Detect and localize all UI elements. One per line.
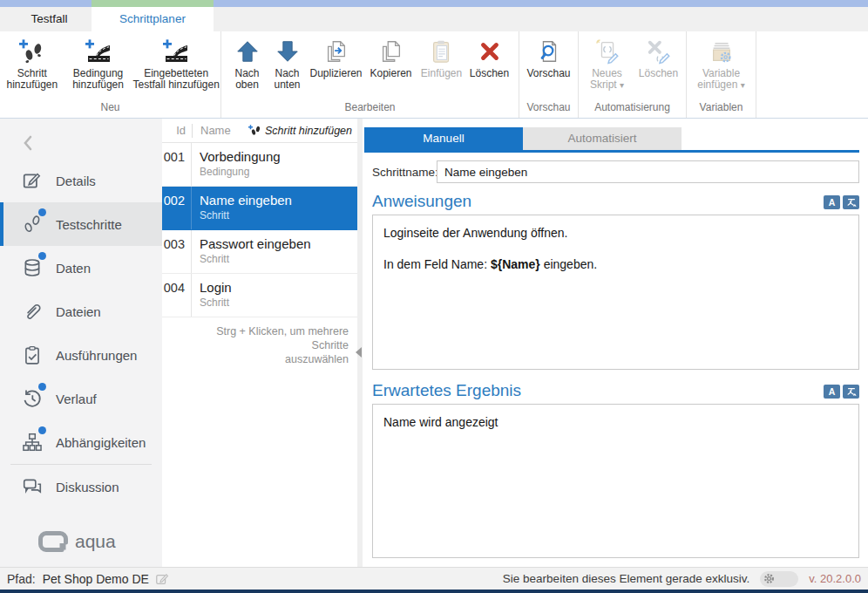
delete-script-label: Löschen <box>639 68 678 79</box>
add-step-button[interactable]: Schritt hinzufügen <box>0 35 64 99</box>
sidebar-item-abhaengigkeiten[interactable]: Abhängigkeiten <box>0 420 162 464</box>
duplicate-icon <box>322 37 351 66</box>
dropdown-caret-icon: ▾ <box>620 80 624 90</box>
step-name-label: Schrittname: <box>372 166 437 179</box>
move-down-button[interactable]: Nach unten <box>268 35 308 99</box>
translate-icon[interactable] <box>843 195 859 209</box>
tab-automatisiert[interactable]: Automatisiert <box>523 127 682 150</box>
instructions-textarea[interactable]: Loginseite der Anwendung öffnen. In dem … <box>372 215 859 370</box>
duplicate-label: Duplizieren <box>309 68 362 79</box>
add-step-inline-button[interactable]: Schritt hinzufügen <box>248 124 357 137</box>
database-icon <box>21 256 44 279</box>
font-format-icon[interactable]: A <box>824 195 840 209</box>
step-title: Passwort eingeben <box>200 236 354 252</box>
hierarchy-icon <box>21 431 44 453</box>
condition-add-icon <box>84 37 113 66</box>
sidebar-item-ausfuehrungen[interactable]: Ausführungen <box>0 333 162 377</box>
move-up-label: Nach oben <box>227 68 268 91</box>
insert-variable-label: Variable einfügen ▾ <box>688 68 755 91</box>
step-type: Schritt <box>200 209 354 222</box>
notification-dot <box>38 252 46 260</box>
group-label-automatisierung: Automatisierung <box>579 99 686 118</box>
arrow-up-icon <box>233 37 262 66</box>
step-row-004[interactable]: 004 Login Schritt <box>162 274 357 317</box>
path-value: Pet Shop Demo DE <box>43 572 149 586</box>
sidebar-collapse-button[interactable] <box>17 133 38 153</box>
sidebar-item-dateien[interactable]: Dateien <box>0 290 162 333</box>
window-bottom-edge <box>0 590 868 593</box>
preview-label: Vorschau <box>526 68 570 79</box>
exclusive-edit-message: Sie bearbeiten dieses Element gerade exk… <box>503 572 749 585</box>
aqua-logo-icon <box>38 530 68 553</box>
new-script-button[interactable]: Neues Skript ▾ <box>581 35 634 99</box>
sidebar-item-daten[interactable]: Daten <box>0 246 162 290</box>
translate-icon[interactable] <box>843 385 859 399</box>
history-icon <box>21 387 44 410</box>
sidebar-item-label: Verlauf <box>56 392 97 406</box>
step-title: Login <box>200 280 354 296</box>
sidebar-item-label: Diskussion <box>56 480 119 494</box>
step-type: Schritt <box>200 253 354 266</box>
duplicate-button[interactable]: Duplizieren <box>308 35 365 99</box>
step-name-input[interactable] <box>437 160 859 183</box>
expected-result-text: Name wird angezeigt <box>383 414 848 430</box>
steps-list-header: Id Name Schritt hinzufügen <box>162 119 357 143</box>
add-step-inline-label: Schritt hinzufügen <box>265 125 352 137</box>
edit-pencil-icon <box>155 572 169 586</box>
ribbon-group-automatisierung: Neues Skript ▾ Löschen Automatisierung <box>579 31 687 118</box>
sidebar-item-label: Ausführungen <box>56 348 137 363</box>
expected-result-textarea[interactable]: Name wird angezeigt <box>372 404 859 558</box>
step-row-002-selected[interactable]: 002 Name eingeben Schritt <box>162 187 357 230</box>
sidebar-item-label: Testschritte <box>56 217 122 232</box>
expected-result-heading: Erwartetes Ergebnis <box>372 381 824 400</box>
step-type: Schritt <box>200 296 354 310</box>
sidebar-item-diskussion[interactable]: Diskussion <box>0 465 162 508</box>
add-step-label: Schritt hinzufügen <box>0 68 64 91</box>
delete-button[interactable]: Löschen <box>466 35 513 99</box>
sidebar-item-verlauf[interactable]: Verlauf <box>0 377 162 420</box>
collapse-panel-icon[interactable] <box>356 347 362 358</box>
path-label: Pfad: <box>7 572 36 586</box>
copy-button[interactable]: Kopieren <box>365 35 417 99</box>
status-bar: Pfad: Pet Shop Demo DE Sie bearbeiten di… <box>0 567 868 590</box>
chevron-left-icon <box>22 135 34 151</box>
paste-label: Einfügen <box>421 68 462 79</box>
tab-schrittplaner[interactable]: Schrittplaner <box>92 7 214 31</box>
add-condition-button[interactable]: Bedingung hinzufügen <box>64 35 132 99</box>
ribbon-group-bearbeiten: Nach oben Nach unten <box>221 31 519 118</box>
preview-icon <box>534 37 564 66</box>
delete-script-icon <box>644 37 674 66</box>
column-header-name: Name <box>193 124 248 137</box>
move-up-button[interactable]: Nach oben <box>227 35 268 99</box>
delete-script-button[interactable]: Löschen <box>634 35 684 99</box>
step-title: Name eingeben <box>200 193 354 208</box>
tab-manuell[interactable]: Manuell <box>364 127 523 150</box>
step-title: Vorbedingung <box>200 149 354 165</box>
ribbon-tabbar: Testfall Schrittplaner <box>0 7 868 31</box>
instructions-heading: Anweisungen <box>372 192 824 211</box>
step-row-003[interactable]: 003 Passwort eingeben Schritt <box>162 230 357 274</box>
paste-icon <box>427 37 457 66</box>
sidebar-item-details[interactable]: Details <box>0 159 162 202</box>
add-embedded-testcase-button[interactable]: Eingebetteten Testfall hinzufügen <box>132 35 220 99</box>
preview-button[interactable]: Vorschau <box>521 35 577 99</box>
paste-button[interactable]: Einfügen <box>417 35 466 99</box>
paperclip-icon <box>21 300 44 323</box>
edit-path-button[interactable] <box>155 572 169 586</box>
font-format-icon[interactable]: A <box>824 385 840 399</box>
gear-icon <box>763 572 776 585</box>
clipboard-check-icon <box>21 344 44 366</box>
column-header-id: Id <box>162 124 192 137</box>
panel-splitter[interactable] <box>357 119 363 567</box>
step-row-001[interactable]: 001 Vorbedingung Bedingung <box>162 143 357 187</box>
insert-variable-button[interactable]: Variable einfügen ▾ <box>688 35 755 99</box>
settings-toggle[interactable] <box>760 571 798 587</box>
ribbon-group-vorschau: Vorschau Vorschau <box>519 31 579 118</box>
sidebar-item-testschritte[interactable]: Testschritte <box>0 202 162 246</box>
tab-testfall[interactable]: Testfall <box>7 7 92 31</box>
sidebar-item-label: Dateien <box>56 304 101 319</box>
ribbon-group-variablen: Variable einfügen ▾ Variablen <box>687 31 756 118</box>
new-script-icon <box>593 37 622 66</box>
copy-label: Kopieren <box>370 68 411 79</box>
group-label-variablen: Variablen <box>687 99 756 118</box>
